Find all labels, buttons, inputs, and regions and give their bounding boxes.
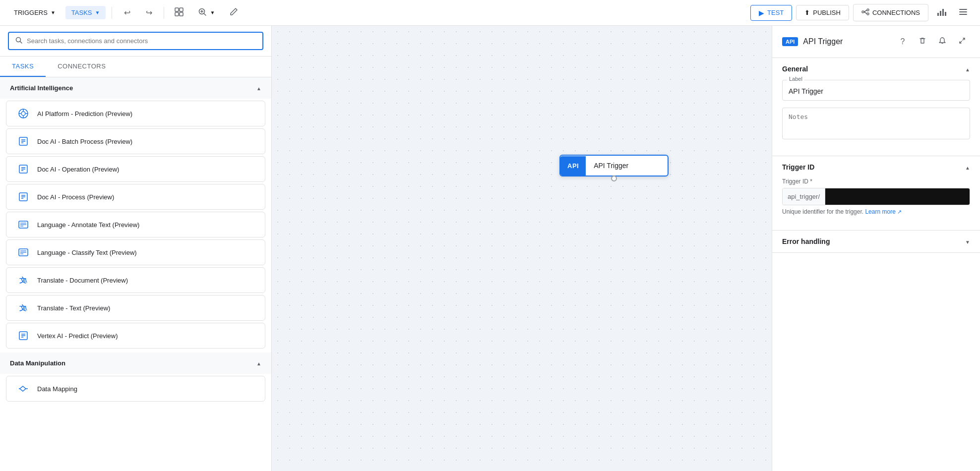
api-badge: API (782, 37, 798, 46)
search-bar (8, 32, 263, 50)
section-title-ai: Artificial Intelligence (10, 84, 73, 92)
search-icon (15, 36, 23, 46)
learn-more-link[interactable]: Learn more ↗ (865, 208, 902, 215)
trigger-id-field-label: Trigger ID * (782, 178, 970, 185)
search-bar-container (0, 26, 271, 57)
list-item[interactable]: 文 A Translate - Document (Preview) (6, 267, 265, 293)
list-item[interactable]: Language - Classify Text (Preview) (6, 239, 265, 265)
header-actions: ? (895, 34, 970, 50)
svg-rect-16 (945, 12, 946, 16)
main-layout: TASKS CONNECTORS Artificial Intelligence (0, 26, 980, 471)
ai-items: AI Platform - Prediction (Preview) Doc A… (0, 101, 271, 349)
vertex-ai-icon (16, 329, 30, 343)
delete-button[interactable] (915, 34, 930, 50)
triggers-chevron-icon: ▼ (51, 10, 56, 15)
tasks-button[interactable]: TASKS ▼ (65, 6, 106, 19)
notes-textarea[interactable] (782, 108, 970, 139)
trigger-id-section-header[interactable]: Trigger ID (772, 156, 980, 178)
help-icon: ? (901, 37, 905, 46)
expand-button[interactable] (954, 34, 970, 50)
test-button[interactable]: ▶ TEST (750, 5, 792, 21)
label-input[interactable] (782, 80, 970, 101)
trigger-id-row: api_trigger/ ████████████████████ (782, 188, 970, 205)
list-item[interactable]: Doc AI - Batch Process (Preview) (6, 128, 265, 154)
svg-line-11 (864, 10, 867, 12)
section-header-ai[interactable]: Artificial Intelligence (0, 77, 271, 99)
tab-bar: TASKS CONNECTORS (0, 57, 271, 77)
triggers-button[interactable]: TRIGGERS ▼ (8, 6, 61, 19)
task-label: Doc AI - Batch Process (Preview) (37, 138, 132, 145)
general-section: General Label (772, 58, 980, 156)
task-label: Language - Annotate Text (Preview) (37, 221, 139, 229)
list-item[interactable]: 文 A Translate - Text (Preview) (6, 295, 265, 321)
bell-icon (938, 37, 946, 47)
svg-line-12 (864, 12, 867, 14)
redo-icon: ↪ (146, 8, 152, 17)
api-trigger-node[interactable]: API API Trigger (559, 155, 669, 177)
trigger-id-value[interactable]: ████████████████████ (825, 188, 970, 205)
svg-text:A: A (24, 278, 27, 284)
hamburger-icon (958, 7, 968, 19)
list-item[interactable]: Vertex AI - Predict (Preview) (6, 323, 265, 349)
bell-button[interactable] (934, 34, 950, 50)
language-annotate-icon (16, 218, 30, 232)
node-connector (611, 176, 617, 181)
general-title: General (782, 65, 808, 73)
doc-ai-proc-icon (16, 190, 30, 204)
tab-tasks[interactable]: TASKS (0, 57, 46, 77)
task-label: Language - Classify Text (Preview) (37, 249, 137, 256)
data-items: Data Mapping (0, 376, 271, 402)
error-handling-title: Error handling (782, 237, 830, 245)
svg-rect-1 (180, 8, 183, 11)
undo-button[interactable]: ↩ (118, 4, 136, 22)
help-button[interactable]: ? (895, 34, 911, 50)
svg-line-5 (204, 14, 206, 16)
connections-icon (861, 8, 869, 17)
svg-line-21 (20, 42, 22, 44)
canvas-area[interactable]: API API Trigger (272, 26, 772, 471)
section-title-data: Data Manipulation (10, 359, 65, 367)
trigger-id-section-body: Trigger ID * api_trigger/ ██████████████… (772, 178, 980, 230)
doc-ai-op-icon (16, 162, 30, 176)
test-label: TEST (767, 9, 784, 16)
notes-field-wrapper (782, 108, 970, 141)
task-label: Doc AI - Operation (Preview) (37, 166, 119, 173)
undo-icon: ↩ (124, 8, 130, 17)
publish-button[interactable]: ⬆ PUBLISH (796, 5, 849, 20)
list-item[interactable]: Data Mapping (6, 376, 265, 402)
svg-rect-15 (942, 9, 944, 16)
connections-button[interactable]: CONNECTIONS (853, 4, 928, 21)
error-handling-section[interactable]: Error handling (772, 231, 980, 253)
redo-button[interactable]: ↪ (140, 4, 158, 22)
svg-point-9 (867, 9, 869, 11)
general-section-body: Label (772, 80, 980, 156)
list-item[interactable]: Language - Annotate Text (Preview) (6, 212, 265, 237)
svg-rect-0 (175, 8, 179, 11)
pencil-button[interactable] (225, 4, 243, 22)
svg-point-8 (862, 11, 864, 13)
section-header-data[interactable]: Data Manipulation (0, 353, 271, 374)
trigger-id-title: Trigger ID (782, 163, 814, 171)
tab-connectors[interactable]: CONNECTORS (46, 57, 118, 77)
layout-button[interactable] (170, 4, 188, 22)
left-panel: TASKS CONNECTORS Artificial Intelligence (0, 26, 272, 471)
menu-button[interactable] (954, 4, 972, 22)
list-item[interactable]: Doc AI - Process (Preview) (6, 184, 265, 210)
tasks-label: TASKS (71, 9, 92, 16)
list-item[interactable]: AI Platform - Prediction (Preview) (6, 101, 265, 126)
analytics-button[interactable] (932, 4, 950, 22)
search-input[interactable] (27, 37, 256, 45)
language-classify-icon (16, 245, 30, 259)
zoom-button[interactable]: ▼ (192, 4, 221, 21)
list-item[interactable]: Doc AI - Operation (Preview) (6, 156, 265, 182)
top-toolbar: TRIGGERS ▼ TASKS ▼ ↩ ↪ (0, 0, 980, 26)
analytics-icon (936, 7, 946, 19)
toolbar-right: ▶ TEST ⬆ PUBLISH CONNECTIONS (750, 4, 972, 22)
ai-platform-icon (16, 107, 30, 120)
svg-text:A: A (24, 306, 27, 311)
task-label: Data Mapping (37, 385, 77, 393)
notes-field-group (782, 108, 970, 141)
trigger-id-field-group: Trigger ID * api_trigger/ ██████████████… (782, 178, 970, 215)
error-handling-chevron-down-icon (965, 238, 970, 245)
layout-icon (174, 7, 184, 19)
